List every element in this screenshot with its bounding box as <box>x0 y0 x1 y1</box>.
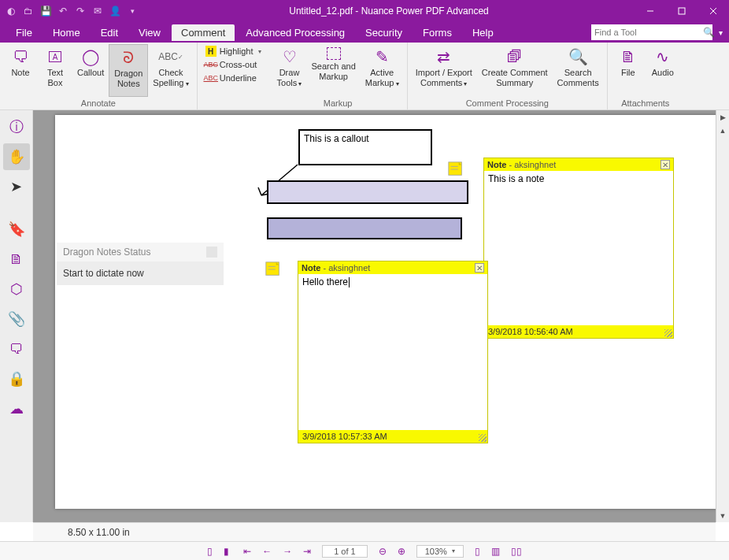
note-button[interactable]: 🗨 Note <box>3 44 38 97</box>
check-spelling-button[interactable]: ABC✓ Check Spelling ▾ <box>148 44 193 97</box>
menu-edit[interactable]: Edit <box>91 24 128 41</box>
qat-more-icon[interactable]: ▾ <box>126 5 139 17</box>
note-popup-2-body[interactable]: Hello there <box>298 274 487 430</box>
audio-attachment-button[interactable]: ∿ Audio <box>646 44 680 97</box>
textbox-icon: A <box>46 47 65 66</box>
note-popup-1-header[interactable]: Note - aksinghnet ✕ <box>484 158 673 171</box>
status-bar: ▯ ▮ ⇤ ← → ⇥ 1 of 1 ⊖ ⊕ 103%▾ ▯ ▥ ▯▯ <box>0 541 729 560</box>
menu-forms[interactable]: Forms <box>413 24 461 41</box>
menu-view[interactable]: View <box>129 24 170 41</box>
vertical-scrollbar[interactable]: ▶ ▲ ▼ <box>716 110 729 522</box>
crossout-button[interactable]: ABCCross-out <box>205 59 261 70</box>
draw-tools-button[interactable]: ♡ Draw Tools ▾ <box>272 44 307 97</box>
menu-comment[interactable]: Comment <box>172 24 235 41</box>
scroll-right-icon[interactable]: ▶ <box>716 110 729 124</box>
ribbon-collapse-icon[interactable]: ▾ <box>719 28 723 37</box>
note-popup-1-resize-handle[interactable] <box>664 329 672 337</box>
import-export-comments-button[interactable]: ⇄ Import / Export Comments ▾ <box>411 44 477 97</box>
ribbon-group-markup: ♡ Draw Tools ▾ Search and Markup ✎ Activ… <box>269 43 408 109</box>
pdf-page[interactable]: This is a callout Note - aksinghnet ✕ Th… <box>55 115 716 509</box>
info-panel-button[interactable]: ⓘ <box>3 113 30 140</box>
callout-annotation[interactable]: This is a callout <box>298 129 432 165</box>
create-comment-summary-button[interactable]: 🗊 Create Comment Summary <box>477 44 553 97</box>
import-export-icon: ⇄ <box>435 47 453 66</box>
sticky-note-icon-2[interactable] <box>265 261 282 278</box>
scroll-down-icon[interactable]: ▼ <box>716 509 729 522</box>
menu-file[interactable]: File <box>6 24 42 41</box>
pages-panel-button[interactable]: 🗎 <box>3 246 30 273</box>
note-popup-2-resize-handle[interactable] <box>479 434 487 442</box>
document-canvas[interactable]: This is a callout Note - aksinghnet ✕ Th… <box>33 110 729 522</box>
maximize-button[interactable] <box>666 0 698 22</box>
page-number-box[interactable]: 1 of 1 <box>322 545 368 558</box>
redo-icon[interactable]: ↷ <box>74 5 87 17</box>
dragon-panel-box-icon[interactable] <box>206 247 217 258</box>
menu-home[interactable]: Home <box>43 24 90 41</box>
callout-button[interactable]: ◯ Callout <box>72 44 109 97</box>
markup-group-label: Markup <box>272 97 404 109</box>
search-comments-button[interactable]: 🔍 Search Comments <box>553 44 604 97</box>
rectangle-annotation-1[interactable] <box>267 180 468 204</box>
search-icon[interactable]: 🔍 <box>703 27 715 38</box>
textbox-button[interactable]: A Text Box <box>38 44 72 97</box>
zoom-in-button[interactable]: ⊕ <box>394 544 409 558</box>
note-popup-2-header[interactable]: Note - aksinghnet ✕ <box>298 261 487 274</box>
user-icon[interactable]: 👤 <box>109 5 121 17</box>
cloud-panel-button[interactable]: ☁ <box>3 395 30 422</box>
svg-rect-1 <box>679 8 685 14</box>
menu-help[interactable]: Help <box>463 24 503 41</box>
highlight-button[interactable]: HHighlight▾ <box>205 46 261 57</box>
find-tool-search[interactable]: 🔍 <box>591 24 712 40</box>
facing-view-button[interactable]: ▯▯ <box>508 544 525 558</box>
single-page-view-button[interactable]: ▯ <box>472 544 483 558</box>
save-icon[interactable]: 💾 <box>39 5 52 17</box>
next-page-button[interactable]: → <box>279 544 295 558</box>
annotate-group-label: Annotate <box>3 97 194 109</box>
zoom-level-box[interactable]: 103%▾ <box>416 545 464 558</box>
undo-icon[interactable]: ↶ <box>57 5 69 17</box>
active-markup-button[interactable]: ✎ Active Markup ▾ <box>361 44 404 97</box>
open-icon[interactable]: 🗀 <box>22 5 35 17</box>
note-popup-1-body[interactable]: This is a note <box>484 171 673 325</box>
sticky-note-icon-1[interactable] <box>447 161 464 178</box>
quick-access-toolbar: ◐ 🗀 💾 ↶ ↷ ✉ 👤 ▾ <box>0 5 143 17</box>
menu-bar: File Home Edit View Comment Advanced Pro… <box>0 22 729 43</box>
close-button[interactable] <box>698 0 729 22</box>
underline-button[interactable]: ABCUnderline <box>205 72 261 83</box>
zoom-out-button[interactable]: ⊖ <box>376 544 390 558</box>
scroll-track[interactable] <box>716 124 729 509</box>
minimize-button[interactable] <box>635 0 666 22</box>
first-page-button[interactable]: ⇤ <box>240 544 254 558</box>
security-panel-button[interactable]: 🔒 <box>3 365 30 392</box>
page-dimensions-text: 8.50 x 11.00 in <box>68 527 130 538</box>
fit-page-button[interactable]: ▮ <box>220 544 232 558</box>
crossout-icon: ABC <box>205 59 216 70</box>
note-popup-1[interactable]: Note - aksinghnet ✕ This is a note 3/9/2… <box>483 158 674 339</box>
note-popup-2[interactable]: Note - aksinghnet ✕ Hello there 3/9/2018… <box>298 261 488 443</box>
comments-panel-button[interactable]: 🗨 <box>3 336 30 362</box>
menu-security[interactable]: Security <box>356 24 412 41</box>
last-page-button[interactable]: ⇥ <box>300 544 314 558</box>
spellcheck-icon: ABC✓ <box>161 47 180 66</box>
file-attachment-button[interactable]: 🗎 File <box>611 44 646 97</box>
dragon-notes-button[interactable]: ᘐ Dragon Notes <box>109 44 148 97</box>
hand-tool-button[interactable]: ✋ <box>3 143 30 170</box>
fit-width-button[interactable]: ▯ <box>204 544 216 558</box>
attachments-panel-button[interactable]: 📎 <box>3 306 30 332</box>
note-popup-1-footer: 3/9/2018 10:56:40 AM <box>484 325 673 338</box>
continuous-view-button[interactable]: ▥ <box>488 544 503 558</box>
stamps-panel-button[interactable]: ⬡ <box>3 276 30 302</box>
ribbon-group-textmarkup: HHighlight▾ ABCCross-out ABCUnderline <box>198 43 269 109</box>
note-popup-1-close-button[interactable]: ✕ <box>661 160 670 169</box>
bookmarks-panel-button[interactable]: 🔖 <box>3 216 30 243</box>
prev-page-button[interactable]: ← <box>259 544 275 558</box>
select-tool-button[interactable]: ➤ <box>3 173 30 200</box>
search-markup-button[interactable]: Search and Markup <box>307 44 361 97</box>
note-popup-2-close-button[interactable]: ✕ <box>475 263 484 273</box>
menu-advanced[interactable]: Advanced Processing <box>236 24 354 41</box>
find-tool-input[interactable] <box>594 28 703 37</box>
mail-icon[interactable]: ✉ <box>91 5 104 17</box>
page-dimensions-bar: 8.50 x 11.00 in <box>33 522 716 541</box>
callout-icon: ◯ <box>81 47 100 66</box>
rectangle-annotation-2[interactable] <box>267 217 462 239</box>
